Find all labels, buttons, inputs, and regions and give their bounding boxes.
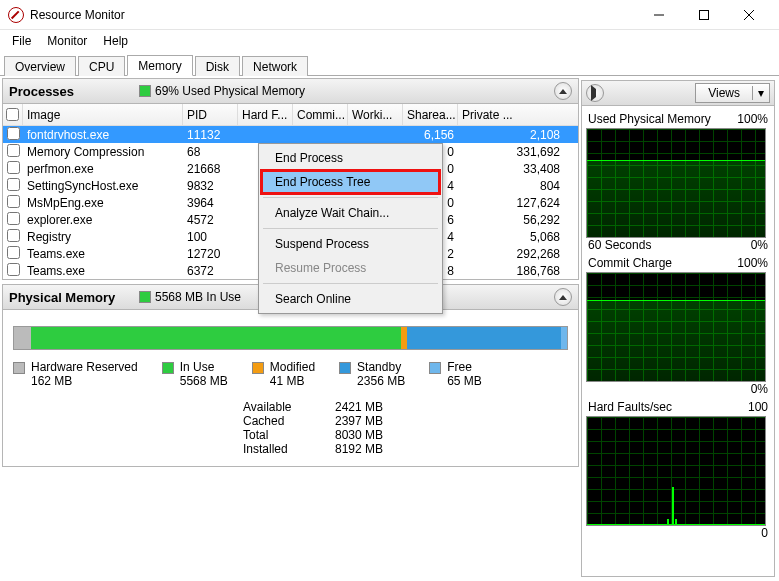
- col-commit[interactable]: Commi...: [293, 104, 348, 125]
- row-checkbox[interactable]: [7, 161, 20, 174]
- ctx-end-process-tree[interactable]: End Process Tree: [261, 170, 440, 194]
- cell-pid: 4572: [183, 213, 238, 227]
- charts-body: Used Physical Memory100%60 Seconds0%Comm…: [581, 106, 775, 577]
- chart-max: 100: [748, 400, 768, 414]
- views-label: Views: [696, 86, 753, 100]
- window-title: Resource Monitor: [30, 8, 125, 22]
- legend-standby: Standby2356 MB: [339, 360, 405, 388]
- menubar: File Monitor Help: [0, 30, 779, 52]
- stat-swatch: [139, 85, 151, 97]
- tab-disk[interactable]: Disk: [195, 56, 240, 76]
- tab-strip: Overview CPU Memory Disk Network: [0, 52, 779, 76]
- row-checkbox[interactable]: [7, 144, 20, 157]
- maximize-button[interactable]: [681, 0, 726, 30]
- row-checkbox[interactable]: [7, 178, 20, 191]
- chart-title: Hard Faults/sec: [588, 400, 672, 414]
- processes-stat-text: 69% Used Physical Memory: [155, 84, 305, 98]
- row-checkbox[interactable]: [7, 263, 20, 276]
- legend-modified: Modified41 MB: [252, 360, 315, 388]
- chart-canvas: [586, 128, 766, 238]
- cell-pid: 100: [183, 230, 238, 244]
- ctx-search-online[interactable]: Search Online: [261, 287, 440, 311]
- ctx-separator: [263, 228, 438, 229]
- chart-min: 0: [761, 526, 768, 540]
- col-working[interactable]: Worki...: [348, 104, 403, 125]
- row-checkbox[interactable]: [7, 246, 20, 259]
- inuse-text: 5568 MB In Use: [155, 290, 241, 304]
- context-menu: End Process End Process Tree Analyze Wai…: [258, 143, 443, 314]
- chevron-up-icon: [559, 295, 567, 300]
- col-pid[interactable]: PID: [183, 104, 238, 125]
- chart-max: 100%: [737, 112, 768, 126]
- svg-rect-1: [699, 10, 708, 19]
- bar-segment: [14, 327, 31, 349]
- ctx-resume-process: Resume Process: [261, 256, 440, 280]
- cell-private: 127,624: [458, 196, 578, 210]
- col-hardfaults[interactable]: Hard F...: [238, 104, 293, 125]
- ctx-separator: [263, 197, 438, 198]
- cell-pid: 9832: [183, 179, 238, 193]
- select-all-checkbox[interactable]: [6, 108, 19, 121]
- cell-shareable: 6,156: [403, 128, 458, 142]
- row-checkbox[interactable]: [7, 127, 20, 140]
- chart-block: Hard Faults/sec1000: [586, 400, 770, 540]
- chart-canvas: [586, 416, 766, 526]
- cell-pid: 68: [183, 145, 238, 159]
- cell-image: fontdrvhost.exe: [23, 128, 183, 142]
- chart-block: Used Physical Memory100%60 Seconds0%: [586, 112, 770, 252]
- cell-private: 56,292: [458, 213, 578, 227]
- cell-image: Registry: [23, 230, 183, 244]
- collapse-button[interactable]: [554, 82, 572, 100]
- cell-private: 331,692: [458, 145, 578, 159]
- ctx-analyze-wait-chain[interactable]: Analyze Wait Chain...: [261, 201, 440, 225]
- cell-image: Teams.exe: [23, 247, 183, 261]
- cell-image: Teams.exe: [23, 264, 183, 278]
- chart-xlabel: 60 Seconds: [588, 238, 651, 252]
- chart-title: Commit Charge: [588, 256, 672, 270]
- table-row[interactable]: fontdrvhost.exe111326,1562,108: [3, 126, 578, 143]
- tab-memory[interactable]: Memory: [127, 55, 192, 76]
- tab-cpu[interactable]: CPU: [78, 56, 125, 76]
- expand-button[interactable]: [586, 84, 604, 102]
- cell-image: Memory Compression: [23, 145, 183, 159]
- legend-inuse: In Use5568 MB: [162, 360, 228, 388]
- right-header: Views ▾: [581, 80, 775, 106]
- ctx-separator: [263, 283, 438, 284]
- memory-totals: Available2421 MB Cached2397 MB Total8030…: [243, 400, 568, 456]
- cell-private: 5,068: [458, 230, 578, 244]
- collapse-button[interactable]: [554, 288, 572, 306]
- ctx-end-process[interactable]: End Process: [261, 146, 440, 170]
- tab-overview[interactable]: Overview: [4, 56, 76, 76]
- cell-image: MsMpEng.exe: [23, 196, 183, 210]
- cell-private: 2,108: [458, 128, 578, 142]
- memory-legend: Hardware Reserved162 MB In Use5568 MB Mo…: [13, 360, 568, 388]
- col-shareable[interactable]: Sharea...: [403, 104, 458, 125]
- close-button[interactable]: [726, 0, 771, 30]
- memory-bar: [13, 326, 568, 350]
- minimize-button[interactable]: [636, 0, 681, 30]
- processes-stat: 69% Used Physical Memory: [139, 84, 305, 98]
- cell-private: 292,268: [458, 247, 578, 261]
- chart-min: 0%: [751, 382, 768, 396]
- views-dropdown-icon[interactable]: ▾: [753, 86, 769, 100]
- menu-help[interactable]: Help: [95, 32, 136, 50]
- views-button[interactable]: Views ▾: [695, 83, 770, 103]
- titlebar: Resource Monitor: [0, 0, 779, 30]
- row-checkbox[interactable]: [7, 212, 20, 225]
- processes-panel-header[interactable]: Processes 69% Used Physical Memory: [2, 78, 579, 104]
- col-checkbox[interactable]: [3, 104, 23, 125]
- menu-monitor[interactable]: Monitor: [39, 32, 95, 50]
- row-checkbox[interactable]: [7, 195, 20, 208]
- cell-pid: 3964: [183, 196, 238, 210]
- tab-network[interactable]: Network: [242, 56, 308, 76]
- physical-title: Physical Memory: [9, 290, 129, 305]
- bar-segment: [561, 327, 567, 349]
- col-image[interactable]: Image: [23, 104, 183, 125]
- menu-file[interactable]: File: [4, 32, 39, 50]
- col-private[interactable]: Private ...: [458, 104, 578, 125]
- ctx-suspend-process[interactable]: Suspend Process: [261, 232, 440, 256]
- chevron-right-icon: [591, 85, 600, 101]
- chart-title: Used Physical Memory: [588, 112, 711, 126]
- chart-block: Commit Charge100%0%: [586, 256, 770, 396]
- row-checkbox[interactable]: [7, 229, 20, 242]
